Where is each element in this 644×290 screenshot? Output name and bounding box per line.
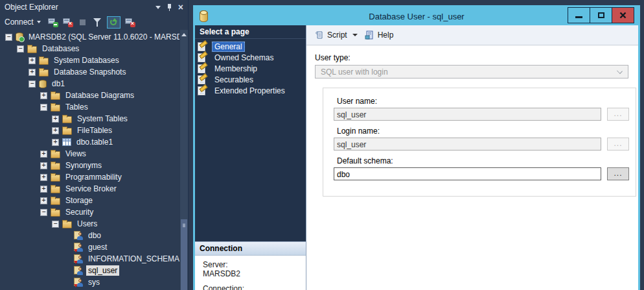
refresh-icon[interactable] [107,16,121,29]
tree-item-synonyms[interactable]: +Synonyms [0,160,188,171]
connect-button[interactable]: Connect [5,18,41,27]
default-schema-field[interactable]: dbo [334,167,601,180]
dialog-titlebar[interactable]: Database User - sql_user [195,7,638,25]
tree-item-sql-user[interactable]: sql_user [0,265,188,276]
login-name-browse-button[interactable]: ... [607,138,629,151]
user-type-dropdown[interactable]: SQL user with login [315,65,628,79]
user-type-value: SQL user with login [321,67,388,77]
tree-item-sys[interactable]: sys [0,276,188,288]
default-schema-browse-button[interactable]: ... [607,167,629,180]
object-explorer-tree: −MARSDB2 (SQL Server 11.0.6020 - MARSD−D… [0,30,188,290]
page-item-extended-properties[interactable]: Extended Properties [195,85,306,96]
expand-toggle[interactable]: + [29,57,36,64]
page-item-securables[interactable]: Securables [195,74,306,85]
connection-details: Server: MARSDB2 Connection: [195,256,306,290]
tree-item-users[interactable]: −Users [0,218,188,230]
tree-item-db1[interactable]: −db1 [0,78,188,90]
stop-icon[interactable] [77,17,88,27]
expand-toggle[interactable]: + [52,139,59,146]
login-name-field[interactable]: sql_user [334,138,601,151]
expand-toggle[interactable]: − [17,45,24,53]
expand-toggle[interactable]: − [5,34,12,41]
close-button[interactable] [612,7,634,23]
disable-activity-icon[interactable] [124,17,135,27]
select-a-page-pane: Select a page GeneralOwned SchemasMember… [195,25,306,290]
object-explorer-toolbar: Connect [0,14,188,30]
tree-item-programmability[interactable]: +Programmability [0,171,188,183]
tree-scrollbar[interactable] [179,30,188,290]
user-name-field[interactable]: sql_user [334,108,601,121]
maximize-button[interactable] [590,7,612,23]
tree-item-dbo-table1[interactable]: +dbo.table1 [0,136,188,148]
user-disabled-icon [74,278,83,287]
expand-toggle[interactable]: + [40,162,47,169]
tree-item-database-diagrams[interactable]: +Database Diagrams [0,90,188,101]
tree-item-storage[interactable]: +Storage [0,195,188,206]
user-name-browse-button[interactable]: ... [607,108,629,121]
close-icon[interactable]: × [178,3,183,11]
page-item-owned-schemas[interactable]: Owned Schemas [195,52,306,63]
chevron-down-icon [617,68,623,74]
expand-toggle[interactable]: + [52,115,59,123]
maximize-icon [598,12,604,18]
expand-toggle[interactable]: − [52,221,59,228]
expand-toggle[interactable]: + [40,151,47,158]
tree-item-label: Synonyms [63,160,104,171]
tree-item-service-broker[interactable]: +Service Broker [0,183,188,195]
connection-label: Connection: [203,284,306,290]
scroll-thumb[interactable] [181,219,187,290]
expand-toggle[interactable]: − [29,80,36,88]
expand-toggle[interactable]: − [40,104,47,111]
tree-item-tables[interactable]: −Tables [0,101,188,113]
tree-item-information-schema[interactable]: INFORMATION_SCHEMA [0,253,188,265]
tree-item-label: INFORMATION_SCHEMA [86,254,181,264]
object-explorer-title: Object Explorer [5,3,155,12]
connect-label: Connect [5,18,34,27]
filter-icon[interactable] [92,17,103,27]
connect-server-icon[interactable] [47,17,58,27]
minimize-button[interactable] [568,7,590,23]
tree-item-marsdb2-sql-server-11-0-6020-marsd[interactable]: −MARSDB2 (SQL Server 11.0.6020 - MARSD [0,31,188,43]
tree-item-label: Service Broker [63,184,119,194]
expand-toggle[interactable]: + [52,127,59,134]
expand-toggle[interactable]: + [40,197,47,204]
script-button[interactable]: Script [327,30,347,40]
help-button[interactable]: Help [378,30,394,40]
pages-list: GeneralOwned SchemasMembershipSecurables… [195,39,306,96]
tree-item-filetables[interactable]: +FileTables [0,125,188,136]
folder-icon [51,163,60,170]
dialog-toolbar: Script Help [306,25,638,45]
expand-toggle[interactable]: − [40,209,47,216]
tree-item-label: Tables [63,102,90,112]
page-icon [198,75,205,84]
page-item-label: Owned Schemas [212,53,276,63]
tree-item-label: Databases [40,43,81,54]
script-dropdown-icon[interactable] [352,34,358,36]
tree-item-label: Security [63,207,95,217]
page-icon [198,53,205,62]
page-item-membership[interactable]: Membership [195,63,306,74]
expand-toggle[interactable]: + [40,92,47,99]
tree-item-system-databases[interactable]: +System Databases [0,54,188,66]
tree-item-label: FileTables [75,125,114,136]
tree-item-views[interactable]: +Views [0,148,188,160]
disconnect-server-icon[interactable] [62,17,73,27]
tree-item-dbo[interactable]: dbo [0,230,188,241]
folder-icon [51,104,60,112]
folder-icon [51,186,60,193]
tree-item-system-tables[interactable]: +System Tables [0,113,188,125]
expand-toggle[interactable]: + [40,186,47,193]
ssms-window: Object Explorer × Connect −MARSDB2 (SQL … [0,0,644,290]
script-icon [314,30,325,40]
expand-toggle[interactable]: + [29,69,36,76]
page-item-general[interactable]: General [195,41,306,52]
pin-icon[interactable] [167,4,172,11]
scroll-up-button[interactable] [180,30,188,39]
select-a-page-header: Select a page [195,25,306,39]
tree-item-security[interactable]: −Security [0,206,188,218]
tree-item-databases[interactable]: −Databases [0,43,188,54]
tree-item-guest[interactable]: guest [0,241,188,253]
expand-toggle[interactable]: + [40,174,47,181]
tree-item-database-snapshots[interactable]: +Database Snapshots [0,66,188,78]
window-position-icon[interactable] [155,6,161,9]
